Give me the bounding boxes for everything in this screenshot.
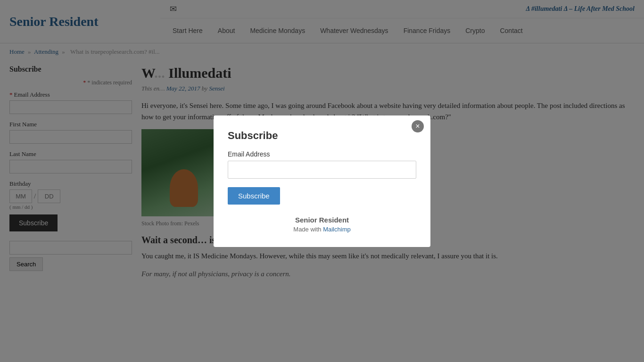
modal-email-label: Email Address — [228, 150, 416, 158]
modal-made-with: Made with Mailchimp — [228, 226, 416, 233]
modal-email-input[interactable] — [228, 161, 416, 179]
modal-overlay[interactable]: × Subscribe Email Address Subscribe Seni… — [0, 0, 644, 286]
modal-title: Subscribe — [228, 130, 416, 142]
modal-close-button[interactable]: × — [412, 120, 424, 132]
subscribe-modal: × Subscribe Email Address Subscribe Seni… — [214, 115, 430, 247]
modal-footer: Senior Resident Made with Mailchimp — [228, 216, 416, 233]
mailchimp-link[interactable]: Mailchimp — [323, 226, 351, 233]
modal-subscribe-button[interactable]: Subscribe — [228, 187, 280, 205]
modal-site-name: Senior Resident — [228, 216, 416, 224]
